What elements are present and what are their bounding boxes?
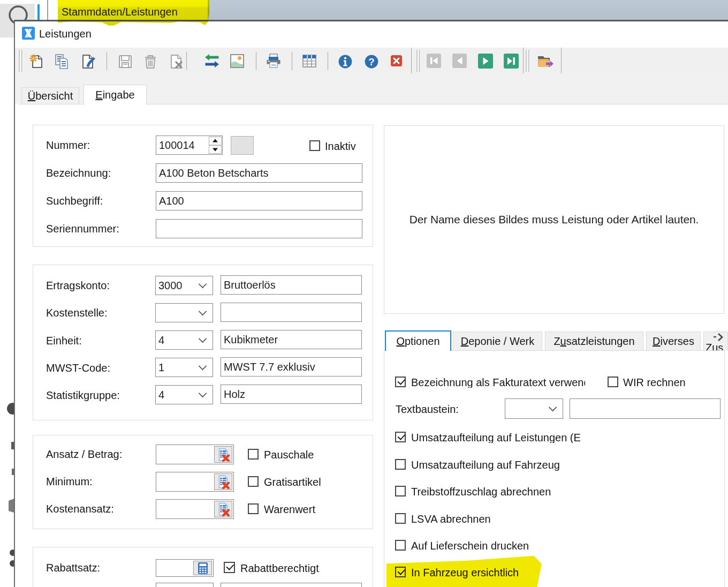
svg-text:?: ? xyxy=(368,56,375,67)
